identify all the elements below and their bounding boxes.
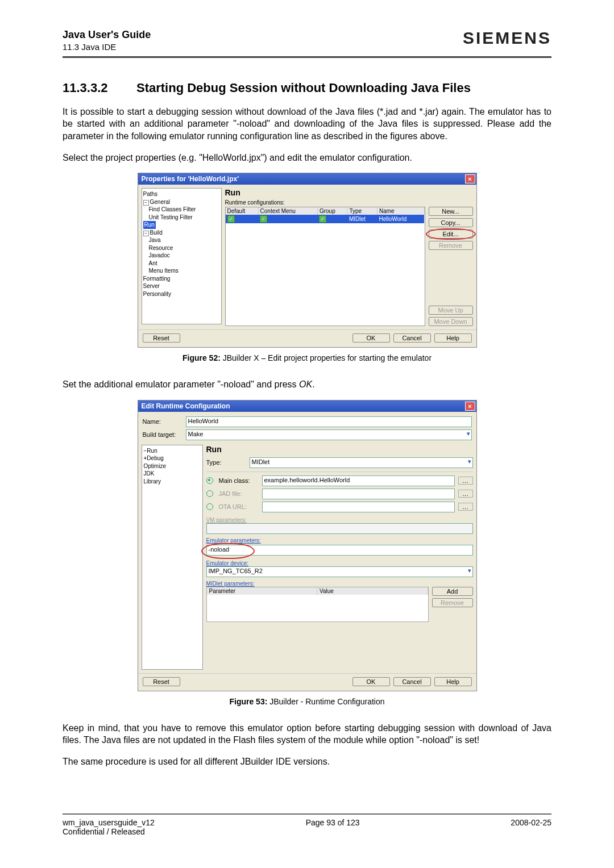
browse-button[interactable]: … bbox=[458, 477, 473, 485]
section-title: Starting Debug Session without Downloadi… bbox=[136, 81, 471, 95]
tree-item[interactable]: Optimize bbox=[144, 463, 166, 469]
tree-item: Paths bbox=[143, 190, 220, 198]
remove-button[interactable]: Remove bbox=[429, 241, 473, 250]
main-class-field[interactable]: example.helloworld.HelloWorld bbox=[262, 475, 455, 486]
cancel-button[interactable]: Cancel bbox=[393, 333, 431, 343]
page-header: Java User's Guide 11.3 Java IDE SIEMENS bbox=[63, 28, 551, 58]
tree-item[interactable]: Library bbox=[144, 478, 161, 485]
jad-file-label: JAD file: bbox=[219, 490, 259, 497]
browse-button[interactable]: … bbox=[458, 490, 473, 498]
check-icon[interactable]: ✓ bbox=[227, 215, 235, 223]
section-number: 11.3.3.2 bbox=[63, 81, 136, 95]
tree-item: Java bbox=[143, 236, 220, 244]
type-label: Type: bbox=[206, 459, 246, 466]
page-footer: wm_java_usersguide_v12 Confidential / Re… bbox=[63, 813, 551, 836]
reset-button[interactable]: Reset bbox=[143, 677, 180, 686]
footer-classification: Confidential / Released bbox=[63, 827, 155, 836]
type-combo[interactable]: MIDlet bbox=[250, 457, 473, 468]
emulator-device-label: Emulator device: bbox=[206, 560, 473, 566]
main-class-radio[interactable] bbox=[206, 477, 213, 484]
help-button[interactable]: Help bbox=[434, 677, 472, 686]
ota-url-field[interactable] bbox=[262, 502, 455, 512]
jad-file-radio[interactable] bbox=[206, 490, 213, 497]
edit-runtime-dialog: Edit Runtime Configuration × Name: Hello… bbox=[138, 400, 477, 691]
tree-item: Menu Items bbox=[143, 267, 220, 275]
dialog-titlebar: Properties for 'HelloWorld.jpx' × bbox=[138, 173, 476, 185]
remove-button[interactable]: Remove bbox=[432, 598, 473, 607]
doc-title: Java User's Guide bbox=[63, 28, 151, 41]
vm-params-field[interactable] bbox=[206, 523, 473, 534]
emulator-params-field[interactable]: -noload bbox=[206, 545, 473, 556]
ok-button[interactable]: OK bbox=[352, 677, 390, 686]
ota-url-label: OTA URL: bbox=[219, 503, 259, 510]
paragraph-3: Set the additional emulator parameter "-… bbox=[63, 378, 551, 391]
paragraph-2: Select the project properties (e.g. "Hel… bbox=[63, 152, 551, 164]
browse-button[interactable]: … bbox=[458, 503, 473, 511]
move-down-button[interactable]: Move Down bbox=[429, 317, 473, 326]
section-heading: 11.3.3.2Starting Debug Session without D… bbox=[63, 81, 551, 95]
close-icon[interactable]: × bbox=[465, 402, 475, 411]
dialog-titlebar: Edit Runtime Configuration × bbox=[138, 400, 476, 412]
name-field[interactable]: HelloWorld bbox=[186, 416, 472, 427]
paragraph-5: The same procedure is used for all diffe… bbox=[63, 756, 551, 768]
build-target-combo[interactable]: Make bbox=[186, 429, 472, 440]
build-target-label: Build target: bbox=[143, 431, 182, 438]
check-icon[interactable]: ✓ bbox=[260, 215, 267, 223]
close-icon[interactable]: × bbox=[465, 174, 475, 183]
runtime-config-table[interactable]: Default Context Menu Group Type Name ✓ ✓… bbox=[225, 207, 425, 326]
tree-item[interactable]: Debug bbox=[147, 455, 163, 461]
runtime-config-label: Runtime configurations: bbox=[225, 199, 473, 206]
tree-item: Resource bbox=[143, 244, 220, 252]
add-button[interactable]: Add bbox=[432, 587, 473, 596]
dialog-title: Properties for 'HelloWorld.jpx' bbox=[142, 175, 239, 183]
doc-subtitle: 11.3 Java IDE bbox=[63, 41, 151, 53]
cancel-button[interactable]: Cancel bbox=[393, 677, 431, 686]
figure-52-caption: Figure 52: JBuilder X – Edit project pro… bbox=[63, 353, 551, 362]
tree-item: Find Classes Filter bbox=[143, 206, 220, 214]
table-row[interactable]: ✓ ✓ ✓ MIDlet HelloWorld bbox=[226, 215, 425, 223]
emulator-params-label: Emulator parameters: bbox=[206, 537, 473, 544]
brand-logo: SIEMENS bbox=[463, 28, 551, 48]
midlet-params-table[interactable]: ParameterValue bbox=[206, 587, 429, 622]
vm-params-label: VM parameters: bbox=[206, 517, 473, 523]
move-up-button[interactable]: Move Up bbox=[429, 306, 473, 315]
tree-item[interactable]: JDK bbox=[144, 470, 155, 477]
midlet-params-label: MIDlet parameters: bbox=[206, 581, 473, 587]
ota-url-radio[interactable] bbox=[206, 503, 213, 510]
paragraph-1: It is possible to start a debugging sess… bbox=[63, 106, 551, 143]
tree-item: −Build bbox=[143, 229, 220, 237]
footer-date: 2008-02-25 bbox=[511, 818, 551, 836]
copy-button[interactable]: Copy... bbox=[429, 218, 473, 227]
tree-item: Unit Testing Filter bbox=[143, 214, 220, 222]
tree-item: Ant bbox=[143, 260, 220, 268]
reset-button[interactable]: Reset bbox=[143, 333, 180, 343]
tree-item: Personality bbox=[143, 290, 220, 298]
properties-dialog: Properties for 'HelloWorld.jpx' × Paths … bbox=[138, 173, 477, 348]
help-button[interactable]: Help bbox=[434, 333, 472, 343]
dialog-title: Edit Runtime Configuration bbox=[142, 402, 230, 410]
footer-doc-id: wm_java_usersguide_v12 bbox=[63, 818, 155, 827]
tree-item-run[interactable]: Run bbox=[147, 448, 157, 454]
footer-page-number: Page 93 of 123 bbox=[306, 818, 360, 836]
emulator-device-combo[interactable]: IMP_NG_TC65_R2 bbox=[206, 566, 473, 577]
pane-title: Run bbox=[225, 188, 473, 197]
tree-item: Javadoc bbox=[143, 252, 220, 260]
ok-button[interactable]: OK bbox=[352, 333, 390, 343]
tree-item: −General bbox=[143, 198, 220, 206]
tree-item: Server bbox=[143, 282, 220, 290]
jad-file-field[interactable] bbox=[262, 489, 455, 499]
name-label: Name: bbox=[143, 418, 182, 425]
tree-item: Formatting bbox=[143, 275, 220, 283]
paragraph-4: Keep in mind, that you have to remove th… bbox=[63, 722, 551, 746]
main-class-label: Main class: bbox=[219, 477, 259, 484]
edit-button[interactable]: Edit... bbox=[429, 229, 473, 239]
category-tree[interactable]: Paths −General Find Classes Filter Unit … bbox=[142, 188, 222, 324]
figure-53-caption: Figure 53: JBuilder - Runtime Configurat… bbox=[63, 697, 551, 706]
pane-title: Run bbox=[206, 445, 473, 454]
check-icon[interactable]: ✓ bbox=[319, 215, 326, 223]
new-button[interactable]: New... bbox=[429, 207, 473, 216]
config-tree[interactable]: −Run +Debug Optimize JDK Library bbox=[142, 445, 203, 670]
tree-item-run: Run bbox=[143, 221, 220, 229]
